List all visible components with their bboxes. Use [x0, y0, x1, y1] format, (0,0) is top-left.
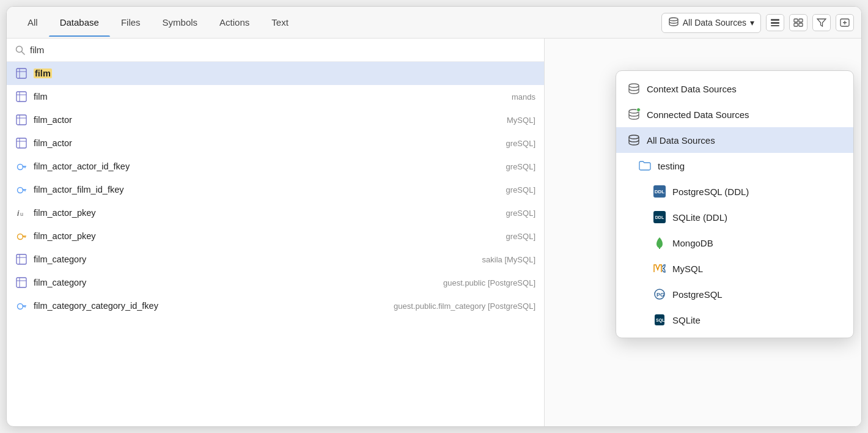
key-icon — [15, 300, 28, 312]
svg-text:PG: PG — [657, 292, 664, 298]
dropdown-label: testing — [658, 161, 685, 171]
result-source: greSQL] — [506, 139, 535, 148]
dropdown-label: Context Data Sources — [647, 84, 737, 94]
dropdown-item-mongodb[interactable]: MongoDB — [616, 230, 853, 256]
result-item-film-selected[interactable]: film — [7, 62, 544, 85]
svg-rect-4 — [794, 19, 798, 22]
result-source: greSQL] — [506, 185, 535, 194]
result-item-film-actor-film-id-fkey[interactable]: film_actor_film_id_fkey greSQL] — [7, 178, 544, 201]
tab-actions[interactable]: Actions — [208, 9, 260, 36]
tab-text[interactable]: Text — [260, 9, 300, 36]
dropdown-label: MySQL — [672, 264, 703, 274]
table-icon — [15, 91, 28, 103]
svg-rect-7 — [799, 23, 803, 26]
result-name: film_actor_film_id_fkey — [34, 185, 500, 194]
result-source: greSQL] — [506, 232, 535, 241]
svg-rect-2 — [771, 22, 779, 24]
search-bar — [7, 39, 544, 62]
dropdown-label: Connected Data Sources — [647, 109, 749, 120]
search-icon — [15, 45, 25, 55]
list-view-button[interactable] — [766, 14, 784, 31]
result-item-film-2[interactable]: film mands — [7, 85, 544, 108]
result-item-film-actor-pkey-index[interactable]: i u film_actor_pkey greSQL] — [7, 201, 544, 224]
datasource-label: All Data Sources — [683, 18, 746, 28]
table-icon — [15, 67, 28, 80]
svg-marker-8 — [817, 19, 826, 26]
result-name: film — [34, 92, 506, 102]
dropdown-item-testing[interactable]: testing — [616, 153, 853, 179]
dropdown-item-mysql[interactable]: MySQL — [616, 256, 853, 281]
results-list: film film mands — [7, 62, 544, 426]
result-source: MySQL] — [507, 116, 535, 125]
tab-database[interactable]: Database — [49, 9, 110, 36]
svg-point-0 — [669, 18, 678, 21]
svg-rect-1 — [771, 19, 779, 21]
index-icon: i u — [15, 207, 28, 219]
result-item-film-category-2[interactable]: film_category guest.public [PostgreSQL] — [7, 271, 544, 294]
orange-key-icon — [15, 230, 28, 242]
pg-ddl-icon: DDL — [653, 185, 666, 198]
dropdown-label: PostgreSQL (DDL) — [672, 187, 749, 197]
result-source: sakila [MySQL] — [482, 255, 535, 264]
tab-symbols[interactable]: Symbols — [152, 9, 209, 36]
dropdown-item-psql[interactable]: PG PostgreSQL — [616, 281, 853, 307]
db-icon — [668, 17, 679, 29]
table-icon — [15, 253, 28, 265]
svg-text:u: u — [20, 211, 23, 217]
svg-rect-38 — [17, 254, 26, 264]
search-input[interactable] — [30, 45, 535, 55]
dropdown-label: MongoDB — [672, 238, 713, 248]
result-name: film_actor — [34, 138, 500, 148]
filter-button[interactable] — [812, 14, 831, 31]
dropdown-item-sqlite-ddl[interactable]: DDL SQLite (DDL) — [616, 204, 853, 230]
table-icon — [15, 114, 28, 126]
svg-point-44 — [18, 304, 23, 309]
result-source: greSQL] — [506, 162, 535, 171]
svg-line-11 — [22, 51, 25, 54]
svg-rect-15 — [17, 92, 26, 102]
result-item-film-category-fkey[interactable]: film_category_category_id_fkey guest.pub… — [7, 294, 544, 317]
result-item-film-actor-pkey-key[interactable]: film_actor_pkey greSQL] — [7, 224, 544, 248]
result-source: greSQL] — [506, 209, 535, 218]
svg-rect-21 — [17, 138, 26, 148]
key-icon — [15, 183, 28, 196]
tab-files[interactable]: Files — [110, 9, 152, 36]
folder-icon — [638, 159, 652, 172]
result-item-film-actor-1[interactable]: film_actor MySQL] — [7, 108, 544, 131]
left-panel: film film mands — [7, 39, 545, 426]
result-name: film_actor — [34, 115, 501, 125]
toolbar: All Data Sources ▾ — [654, 7, 861, 39]
chevron-down-icon: ▾ — [750, 18, 754, 28]
datasource-dropdown: Context Data Sources Connected Data Sour… — [616, 70, 854, 338]
dropdown-item-pg-ddl[interactable]: DDL PostgreSQL (DDL) — [616, 179, 853, 204]
result-item-film-actor-actor-id-fkey[interactable]: film_actor_actor_id_fkey greSQL] — [7, 155, 544, 178]
datasource-button[interactable]: All Data Sources ▾ — [661, 13, 761, 33]
table-icon — [15, 276, 28, 289]
grid-view-button[interactable] — [789, 14, 807, 31]
key-icon — [15, 160, 28, 172]
dropdown-item-sqlite[interactable]: SQLite SQLite — [616, 307, 853, 333]
mongo-icon — [653, 236, 666, 250]
dropdown-item-context[interactable]: Context Data Sources — [616, 76, 853, 102]
result-source: guest.public [PostgreSQL] — [443, 278, 535, 287]
svg-point-34 — [18, 234, 23, 240]
svg-point-28 — [18, 188, 23, 193]
dropdown-label: All Data Sources — [647, 135, 715, 146]
collapse-button[interactable] — [836, 14, 854, 31]
svg-rect-3 — [771, 25, 779, 26]
result-item-film-category-1[interactable]: film_category sakila [MySQL] — [7, 248, 544, 271]
result-source: mands — [512, 92, 535, 102]
db-icon — [627, 82, 641, 95]
psql-icon: PG — [653, 287, 666, 301]
result-item-film-actor-2[interactable]: film_actor greSQL] — [7, 131, 544, 155]
result-name: film_category_category_id_fkey — [34, 301, 388, 311]
svg-text:i: i — [17, 209, 20, 218]
dropdown-item-all[interactable]: All Data Sources — [616, 127, 853, 153]
svg-rect-12 — [17, 68, 26, 78]
tab-all[interactable]: All — [17, 9, 49, 36]
result-name: film_category — [34, 254, 476, 264]
svg-point-50 — [629, 135, 639, 139]
dropdown-item-connected[interactable]: Connected Data Sources — [616, 102, 853, 127]
svg-rect-18 — [17, 115, 26, 125]
svg-rect-5 — [799, 19, 803, 22]
